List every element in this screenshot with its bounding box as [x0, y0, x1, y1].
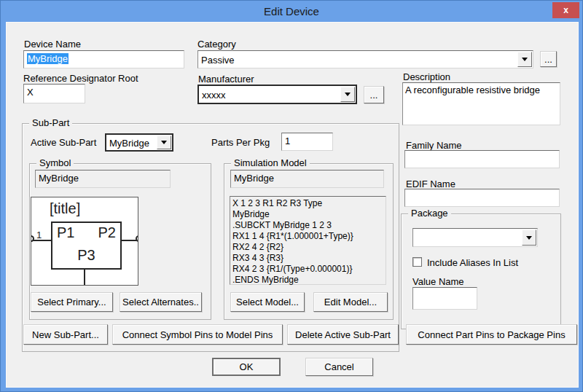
- connect-part-pins-button[interactable]: Connect Part Pins to Package Pins: [406, 324, 577, 345]
- select-primary-button[interactable]: Select Primary...: [31, 292, 113, 312]
- right-pin-dot-icon: [136, 235, 138, 242]
- value-name-input[interactable]: [412, 287, 477, 310]
- ok-button[interactable]: OK: [212, 358, 281, 376]
- symbol-title-text: [title]: [50, 200, 80, 217]
- ref-des-root-input[interactable]: X: [23, 84, 85, 103]
- category-browse-button[interactable]: ...: [540, 51, 557, 67]
- edif-name-label: EDIF Name: [406, 179, 455, 189]
- description-textarea[interactable]: A reconfigurable resistive bridge: [402, 82, 560, 125]
- left-pin-number: 1: [36, 230, 42, 240]
- active-subpart-dropdown-button[interactable]: [157, 136, 171, 149]
- family-name-input[interactable]: [404, 150, 560, 168]
- dialog-title: Edit Device: [264, 5, 319, 17]
- chevron-down-icon: [161, 141, 167, 144]
- edif-name-input[interactable]: [404, 189, 560, 207]
- model-name-value: MyBridge: [234, 173, 274, 184]
- description-value: A reconfigurable resistive bridge: [405, 85, 540, 95]
- value-name-label: Value Name: [412, 276, 464, 287]
- device-name-input[interactable]: MyBridge: [23, 50, 184, 68]
- edit-model-button[interactable]: Edit Model...: [313, 292, 388, 312]
- manufacturer-dropdown-button[interactable]: [340, 87, 355, 102]
- ref-des-root-label: Reference Designator Root: [23, 73, 138, 84]
- delete-active-subpart-button[interactable]: Delete Active Sub-Part: [287, 324, 399, 345]
- edit-device-dialog: Edit Device x Device Name MyBridge Categ…: [0, 0, 583, 392]
- package-group-label: Package: [408, 208, 451, 219]
- simulation-model-group-label: Simulation Model: [231, 158, 310, 168]
- select-alternates-button[interactable]: Select Alternates..: [120, 292, 202, 312]
- pin-label-p1: P1: [57, 224, 74, 241]
- manufacturer-label: Manufacturer: [198, 74, 254, 85]
- new-subpart-button[interactable]: New Sub-Part...: [23, 324, 108, 345]
- chevron-down-icon: [522, 58, 528, 61]
- active-subpart-select[interactable]: MyBridge: [105, 133, 173, 152]
- manufacturer-browse-button[interactable]: ...: [364, 86, 384, 103]
- device-name-label: Device Name: [24, 39, 81, 50]
- package-select[interactable]: [412, 228, 538, 247]
- symbol-name-field: MyBridge: [35, 170, 171, 188]
- category-label: Category: [197, 39, 236, 50]
- ref-des-root-value: X: [27, 87, 34, 98]
- parts-per-pkg-input[interactable]: 1: [281, 133, 333, 151]
- device-name-value: MyBridge: [27, 53, 69, 64]
- active-subpart-label: Active Sub-Part: [31, 137, 96, 148]
- titlebar[interactable]: Edit Device: [1, 1, 582, 22]
- include-aliases-label: Include Aliases In List: [427, 257, 518, 268]
- model-name-field: MyBridge: [230, 170, 384, 188]
- cancel-button[interactable]: Cancel: [305, 358, 373, 376]
- pin-label-p2: P2: [98, 224, 116, 241]
- manufacturer-value: xxxxx: [202, 89, 226, 100]
- symbol-group-label: Symbol: [36, 158, 74, 168]
- manufacturer-select[interactable]: xxxxx: [197, 85, 357, 104]
- subpart-group-label: Sub-Part: [29, 118, 72, 128]
- active-subpart-value: MyBridge: [109, 137, 149, 148]
- symbol-name-value: MyBridge: [39, 173, 79, 184]
- dialog-body: Device Name MyBridge Category Passive ..…: [6, 22, 579, 388]
- chevron-down-icon: [345, 93, 351, 96]
- category-select[interactable]: Passive: [197, 50, 533, 68]
- category-dropdown-button[interactable]: [517, 52, 532, 67]
- model-text-box[interactable]: X 1 2 3 R1 R2 R3 Type MyBridge .SUBCKT M…: [230, 196, 386, 285]
- select-model-button[interactable]: Select Model...: [230, 292, 305, 312]
- symbol-body-box: P1 P2 P3: [51, 222, 122, 270]
- parts-per-pkg-value: 1: [285, 136, 290, 146]
- pin-label-p3: P3: [52, 247, 120, 264]
- model-text: X 1 2 3 R1 R2 R3 Type MyBridge .SUBCKT M…: [232, 198, 384, 286]
- family-name-label: Family Name: [406, 140, 462, 151]
- include-aliases-checkbox[interactable]: [412, 257, 422, 267]
- connect-symbol-pins-button[interactable]: Connect Symbol Pins to Model Pins: [112, 324, 283, 345]
- symbol-preview: [title] 1 P1 P2 P3: [31, 197, 138, 286]
- close-icon[interactable]: x: [552, 2, 579, 18]
- package-dropdown-button[interactable]: [522, 230, 536, 246]
- bottom-pin-wire: [84, 270, 85, 286]
- category-value: Passive: [201, 54, 235, 65]
- chevron-down-icon: [526, 236, 532, 240]
- description-label: Description: [403, 71, 450, 82]
- parts-per-pkg-label: Parts Per Pkg: [211, 137, 270, 148]
